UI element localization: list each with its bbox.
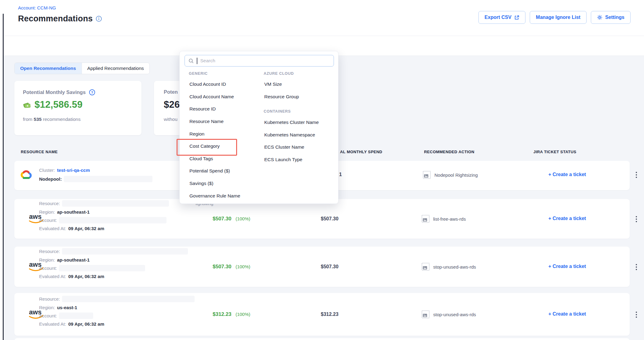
export-csv-button[interactable]: Export CSV <box>478 11 525 24</box>
filter-option[interactable]: Kubernetes Cluster Name <box>264 116 337 129</box>
savings-count: 535 <box>34 117 42 122</box>
resource-label: Resource: <box>39 296 60 302</box>
row-menu-kebab[interactable] <box>634 214 639 224</box>
monthly-savings-value: $507.30 <box>213 216 231 222</box>
total-monthly-spend-fragment: 1 <box>339 172 342 177</box>
manage-ignore-list-button[interactable]: Manage Ignore List <box>530 11 587 24</box>
cluster-label: Cluster: <box>39 168 55 173</box>
total-monthly-spend-value: $312.23 <box>321 312 338 317</box>
filter-option[interactable]: Potential Spend ($) <box>189 165 259 177</box>
create-ticket-link[interactable]: + Create a ticket <box>548 311 586 317</box>
filter-option[interactable]: Savings ($) <box>189 177 259 190</box>
tab-applied-recommendations[interactable]: Applied Recommendations <box>82 63 149 74</box>
broken-image-icon <box>422 215 430 223</box>
recommended-action-label: list-free-aws-rds <box>433 216 466 222</box>
evaluated-at-value: 09 Apr, 06:32 am <box>68 321 104 327</box>
question-icon[interactable]: ? <box>89 89 95 96</box>
evaluated-at-label: Evaluated At: <box>39 321 66 327</box>
evaluated-at-value: 09 Apr, 06:32 am <box>68 274 104 279</box>
total-monthly-spend-value: $507.30 <box>321 216 338 222</box>
add-filter-dropdown: Search GENERIC Cloud Account ID Cloud Ac… <box>179 51 338 204</box>
column-header-total-monthly-spend: AL MONTHLY SPEND <box>340 150 382 154</box>
savings-subtext-suffix: recommendations <box>43 117 81 122</box>
cluster-link[interactable]: test-sri-qa-ccm <box>57 168 90 173</box>
settings-button[interactable]: Settings <box>591 11 631 24</box>
redacted-resource-value <box>62 296 195 302</box>
region-value: ap-southeast-1 <box>57 257 90 262</box>
monthly-savings-percent: (100%) <box>236 312 250 317</box>
filter-option[interactable]: Cloud Account ID <box>189 78 259 91</box>
region-value: us-east-1 <box>57 305 77 310</box>
search-placeholder: Search <box>200 58 215 63</box>
filter-option[interactable]: Kubernetes Namespace <box>264 129 337 141</box>
search-input[interactable]: Search <box>185 55 334 67</box>
settings-label: Settings <box>605 15 624 20</box>
monthly-savings-percent: (100%) <box>236 264 250 269</box>
filter-option[interactable]: Cloud Account Name <box>189 91 259 103</box>
potential-monthly-savings-card: Potential Monthly Savings ? $12,586.59 f… <box>14 81 141 135</box>
filter-option[interactable]: ECS Cluster Name <box>264 141 337 154</box>
spend-card-subtext-fragment: withou <box>164 117 177 122</box>
spend-card-title-fragment: Poten <box>164 89 178 95</box>
recommended-action-label: stop-unused-aws-rds <box>433 264 476 269</box>
total-monthly-spend-value: $507.30 <box>321 264 338 269</box>
page-title: Recommendations <box>18 14 93 24</box>
section-header-generic: GENERIC <box>189 71 208 76</box>
filter-option-cost-category[interactable]: Cost Category <box>189 140 259 153</box>
filter-option[interactable]: Cloud Tags <box>189 153 259 165</box>
recommended-action-label: stop-unused-aws-rds <box>433 312 476 317</box>
redacted-resource-value <box>62 200 169 207</box>
column-header-jira-ticket-status: JIRA TICKET STATUS <box>533 150 576 154</box>
savings-subtext-prefix: from <box>23 117 32 122</box>
filter-option[interactable]: Resource Group <box>264 91 334 103</box>
tab-open-recommendations[interactable]: Open Recommendations <box>15 63 82 74</box>
resource-label: Resource: <box>39 201 60 206</box>
breadcrumb[interactable]: Account: CCM-NG <box>18 5 56 10</box>
table-row[interactable]: aws Resource: Region: ap-southeast-1 Acc… <box>14 199 630 239</box>
recommendations-tabs: Open Recommendations Applied Recommendat… <box>14 63 150 74</box>
filter-option[interactable]: VM Size <box>264 78 334 91</box>
evaluated-at-label: Evaluated At: <box>39 274 66 279</box>
svg-text:?: ? <box>91 91 93 94</box>
page-header: Account: CCM-NG Recommendations Export C… <box>4 0 644 36</box>
filter-option[interactable]: Resource Name <box>189 115 259 128</box>
filter-option[interactable]: Resource ID <box>189 103 259 115</box>
redacted-nodepool-value <box>64 176 152 182</box>
create-ticket-link[interactable]: + Create a ticket <box>548 172 586 177</box>
account-label: Account: <box>39 218 57 223</box>
evaluated-at-value: 09 Apr, 06:32 am <box>68 226 104 231</box>
search-icon <box>188 58 194 63</box>
filter-option[interactable]: Governance Rule Name <box>189 190 259 202</box>
resource-label: Resource: <box>39 249 60 254</box>
table-row[interactable]: aws Resource: Region: ap-southeast-1 Acc… <box>14 247 630 287</box>
savings-value: $12,586.59 <box>35 99 82 110</box>
row-menu-kebab[interactable] <box>634 170 639 180</box>
row-menu-kebab[interactable] <box>634 310 639 320</box>
create-ticket-link[interactable]: + Create a ticket <box>548 264 586 269</box>
broken-image-icon <box>422 310 430 318</box>
recommended-action-label: Nodepool Rightsizing <box>434 172 478 178</box>
nodepool-label: Nodepool: <box>39 176 62 182</box>
table-row[interactable]: aws Resource: Region: us-east-1 Account:… <box>14 293 630 336</box>
monthly-savings-value: $312.23 <box>213 311 231 317</box>
gcp-logo-icon <box>19 169 33 181</box>
redacted-resource-value <box>62 248 188 255</box>
export-csv-label: Export CSV <box>485 15 511 20</box>
region-label: Region: <box>39 305 55 310</box>
table-row[interactable] <box>14 338 630 340</box>
monthly-savings-percent: (100%) <box>236 216 250 221</box>
gear-icon <box>597 15 602 20</box>
filter-option[interactable]: Region <box>189 128 259 140</box>
info-icon[interactable] <box>96 16 102 22</box>
redacted-account-value <box>59 217 166 223</box>
manage-ignore-list-label: Manage Ignore List <box>536 15 580 20</box>
redacted-account-value <box>59 265 145 271</box>
filter-option[interactable]: ECS Launch Type <box>264 154 337 166</box>
savings-subtext: from 535 recommendations <box>23 117 81 122</box>
create-ticket-link[interactable]: + Create a ticket <box>548 216 586 221</box>
section-header-azure-cloud: AZURE CLOUD <box>264 71 294 76</box>
external-link-icon <box>514 15 519 20</box>
region-value: ap-southeast-1 <box>57 209 90 215</box>
row-menu-kebab[interactable] <box>634 262 639 272</box>
broken-image-icon <box>422 263 430 271</box>
